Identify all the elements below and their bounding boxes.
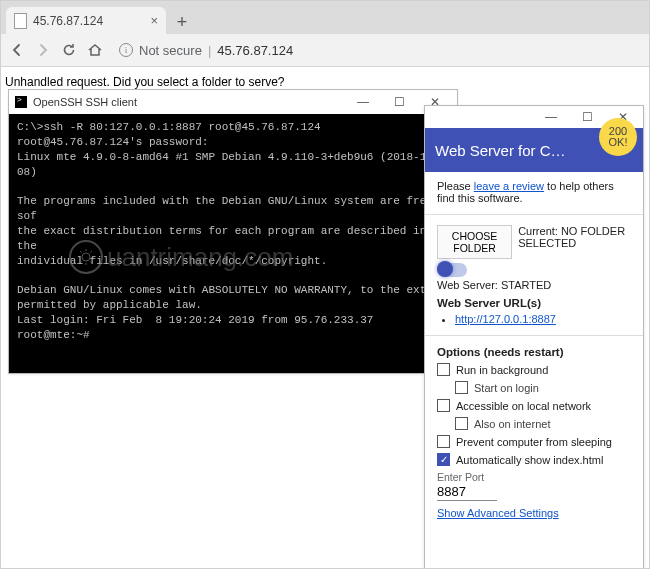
urls-heading: Web Server URL(s) bbox=[437, 297, 631, 309]
advanced-settings-link[interactable]: Show Advanced Settings bbox=[437, 507, 559, 519]
back-button[interactable] bbox=[9, 42, 25, 58]
site-info-icon[interactable]: i bbox=[119, 43, 133, 57]
maximize-button[interactable]: ☐ bbox=[381, 91, 417, 113]
terminal-titlebar[interactable]: OpenSSH SSH client — ☐ ✕ bbox=[9, 90, 457, 114]
webserver-app-window: — ☐ ✕ Web Server for C… 200OK! Please le… bbox=[424, 105, 644, 569]
status-badge: 200OK! bbox=[599, 118, 637, 156]
opt-start-login[interactable]: Start on login bbox=[455, 381, 631, 394]
server-url-link[interactable]: http://127.0.0.1:8887 bbox=[455, 313, 556, 325]
port-input[interactable] bbox=[437, 483, 497, 501]
not-secure-label: Not secure bbox=[139, 43, 202, 58]
new-tab-button[interactable]: + bbox=[170, 10, 194, 34]
opt-local-network[interactable]: Accessible on local network bbox=[437, 399, 631, 412]
server-state-label: Web Server: STARTED bbox=[437, 279, 631, 291]
close-tab-icon[interactable]: × bbox=[150, 13, 158, 28]
reload-button[interactable] bbox=[61, 42, 77, 58]
choose-folder-button[interactable]: CHOOSE FOLDER bbox=[437, 225, 512, 259]
url-input[interactable] bbox=[217, 43, 635, 58]
server-toggle[interactable] bbox=[437, 263, 467, 277]
checkbox-checked-icon[interactable]: ✓ bbox=[437, 453, 450, 466]
port-label: Enter Port bbox=[437, 471, 631, 483]
tab-title: 45.76.87.124 bbox=[33, 14, 144, 28]
home-button[interactable] bbox=[87, 42, 103, 58]
checkbox-icon[interactable] bbox=[455, 417, 468, 430]
app-body: Please leave a review to help others fin… bbox=[425, 172, 643, 529]
checkbox-icon[interactable] bbox=[437, 435, 450, 448]
review-text: Please leave a review to help others fin… bbox=[437, 180, 631, 204]
terminal-output[interactable]: C:\>ssh -R 80:127.0.0.1:8887 root@45.76.… bbox=[9, 114, 457, 373]
address-bar[interactable]: i Not secure | bbox=[113, 38, 641, 62]
terminal-window: OpenSSH SSH client — ☐ ✕ C:\>ssh -R 80:1… bbox=[8, 89, 458, 374]
app-title: Web Server for C… bbox=[435, 142, 566, 159]
opt-nosleep[interactable]: Prevent computer from sleeping bbox=[437, 435, 631, 448]
app-maximize-button[interactable]: ☐ bbox=[569, 106, 605, 128]
current-folder-label: Current: NO FOLDER SELECTED bbox=[518, 225, 631, 249]
terminal-icon bbox=[15, 96, 27, 108]
minimize-button[interactable]: — bbox=[345, 91, 381, 113]
tabstrip: 45.76.87.124 × + bbox=[1, 1, 649, 34]
opt-autoindex[interactable]: ✓Automatically show index.html bbox=[437, 453, 631, 466]
opt-run-background[interactable]: Run in background bbox=[437, 363, 631, 376]
forward-button[interactable] bbox=[35, 42, 51, 58]
opt-internet[interactable]: Also on internet bbox=[455, 417, 631, 430]
checkbox-icon[interactable] bbox=[437, 363, 450, 376]
browser-toolbar: i Not secure | bbox=[1, 34, 649, 67]
checkbox-icon[interactable] bbox=[437, 399, 450, 412]
app-header: Web Server for C… 200OK! bbox=[425, 128, 643, 172]
page-body-text: Unhandled request. Did you select a fold… bbox=[5, 75, 645, 89]
app-minimize-button[interactable]: — bbox=[533, 106, 569, 128]
checkbox-icon[interactable] bbox=[455, 381, 468, 394]
options-heading: Options (needs restart) bbox=[437, 346, 631, 358]
terminal-title: OpenSSH SSH client bbox=[33, 96, 137, 108]
page-viewport: Unhandled request. Did you select a fold… bbox=[1, 67, 649, 568]
browser-tab[interactable]: 45.76.87.124 × bbox=[6, 7, 166, 34]
file-icon bbox=[14, 13, 27, 29]
leave-review-link[interactable]: leave a review bbox=[474, 180, 544, 192]
